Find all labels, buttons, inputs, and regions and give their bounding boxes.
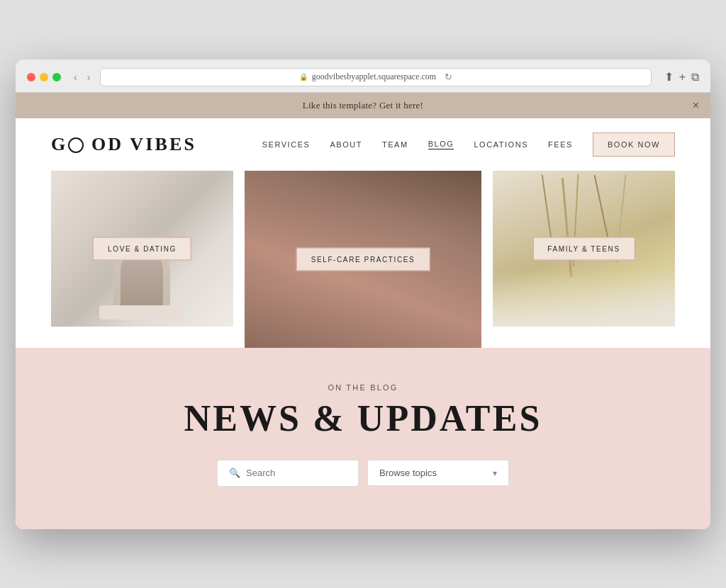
lock-icon: 🔒 [299, 73, 308, 81]
nav-team[interactable]: TEAM [382, 140, 408, 149]
chevron-down-icon: ▾ [493, 468, 497, 478]
nav-about[interactable]: ABOUT [330, 140, 362, 149]
card-family-teens[interactable]: FAMILY & TEENS [493, 171, 675, 327]
browser-actions: ⬆ + ⧉ [664, 70, 699, 84]
logo-text: OD VIBES [91, 134, 196, 154]
browser-controls: ‹ › [71, 70, 93, 84]
card-label-love-dating: LOVE & DATING [93, 237, 191, 260]
announcement-close-button[interactable]: × [693, 99, 699, 112]
website-content: Like this template? Get it here! × G OD … [16, 93, 710, 529]
nav-fees[interactable]: FEES [548, 140, 573, 149]
blog-cards: LOVE & DATING SELF-CARE PRACTICES [51, 171, 675, 348]
blog-search-row: 🔍 Browse topics ▾ [51, 460, 675, 487]
browser-chrome: ‹ › 🔒 goodvibesbyapplet.squarespace.com … [16, 60, 710, 93]
book-now-button[interactable]: BOOK NOW [593, 132, 675, 157]
traffic-lights [27, 73, 61, 81]
nav-services[interactable]: SERVICES [262, 140, 311, 149]
browse-topics-dropdown[interactable]: Browse topics ▾ [367, 460, 509, 486]
forward-button[interactable]: › [84, 70, 94, 84]
back-button[interactable]: ‹ [71, 70, 80, 84]
announcement-bar: Like this template? Get it here! × [16, 93, 710, 118]
reload-icon: ↻ [445, 72, 452, 83]
nav-blog[interactable]: BLOG [428, 140, 454, 149]
fullscreen-window-button[interactable] [52, 73, 61, 81]
site-logo[interactable]: G OD VIBES [51, 134, 196, 155]
arch-base [110, 305, 174, 312]
close-window-button[interactable] [27, 73, 35, 81]
announcement-text: Like this template? Get it here! [303, 100, 423, 111]
browser-window: ‹ › 🔒 goodvibesbyapplet.squarespace.com … [16, 60, 710, 529]
topics-label: Browse topics [379, 468, 437, 478]
site-header: G OD VIBES SERVICES ABOUT TEAM BLOG LOCA… [16, 118, 710, 171]
address-bar[interactable]: 🔒 goodvibesbyapplet.squarespace.com ↻ [100, 68, 651, 86]
search-box[interactable]: 🔍 [217, 460, 359, 487]
share-button[interactable]: ⬆ [664, 70, 674, 84]
card-label-self-care: SELF-CARE PRACTICES [296, 247, 430, 271]
card-fade [493, 270, 675, 327]
logo-o-icon [68, 137, 84, 153]
blog-main-title: NEWS & UPDATES [51, 400, 675, 437]
blog-section-inner: ON THE BLOG NEWS & UPDATES 🔍 Browse topi… [51, 383, 675, 487]
blog-section: ON THE BLOG NEWS & UPDATES 🔍 Browse topi… [16, 348, 710, 529]
tabs-button[interactable]: ⧉ [691, 70, 699, 84]
new-tab-button[interactable]: + [679, 70, 686, 84]
card-self-care[interactable]: SELF-CARE PRACTICES [245, 171, 481, 348]
blog-eyebrow: ON THE BLOG [51, 383, 675, 392]
site-nav: SERVICES ABOUT TEAM BLOG LOCATIONS FEES … [262, 132, 675, 157]
blog-hero: LOVE & DATING SELF-CARE PRACTICES [16, 171, 710, 348]
search-input[interactable] [246, 468, 347, 478]
search-icon: 🔍 [229, 468, 240, 479]
url-text: goodvibesbyapplet.squarespace.com [312, 72, 436, 82]
card-label-family-teens: FAMILY & TEENS [532, 237, 635, 260]
card-love-dating[interactable]: LOVE & DATING [51, 171, 233, 327]
nav-locations[interactable]: LOCATIONS [474, 140, 528, 149]
minimize-window-button[interactable] [40, 73, 48, 81]
